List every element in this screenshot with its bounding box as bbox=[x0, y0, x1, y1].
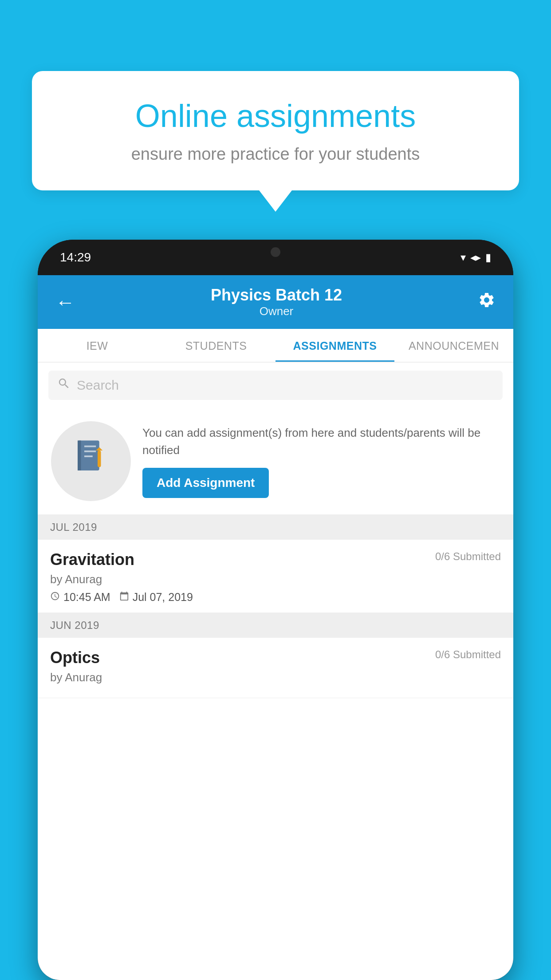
add-assignment-button[interactable]: Add Assignment bbox=[142, 468, 269, 498]
assignment-name-optics: Optics bbox=[50, 648, 100, 667]
clock-icon bbox=[50, 591, 60, 604]
wifi-icon: ▾ bbox=[460, 251, 466, 264]
speech-bubble: Online assignments ensure more practice … bbox=[32, 71, 519, 190]
status-bar: 14:29 ▾ ◂▸ ▮ bbox=[38, 240, 513, 275]
assignment-item-optics[interactable]: Optics 0/6 Submitted by Anurag bbox=[38, 638, 513, 698]
tab-students[interactable]: STUDENTS bbox=[157, 329, 276, 362]
time-value-gravitation: 10:45 AM bbox=[63, 591, 110, 604]
phone-frame: 14:29 ▾ ◂▸ ▮ ← Physics Batch 12 Owner bbox=[38, 240, 513, 980]
svg-rect-4 bbox=[84, 455, 93, 457]
assignment-name-gravitation: Gravitation bbox=[50, 550, 134, 569]
assignment-submitted-optics: 0/6 Submitted bbox=[435, 648, 501, 661]
promo-content: You can add assignment(s) from here and … bbox=[142, 424, 500, 498]
settings-button[interactable] bbox=[478, 291, 496, 313]
date-value-gravitation: Jul 07, 2019 bbox=[133, 591, 193, 604]
search-bar-wrap: Search bbox=[38, 363, 513, 408]
search-icon bbox=[57, 377, 71, 394]
header-title-area: Physics Batch 12 Owner bbox=[211, 286, 342, 318]
signal-icon: ◂▸ bbox=[470, 251, 481, 264]
header-title: Physics Batch 12 bbox=[211, 286, 342, 304]
assignment-top-row-optics: Optics 0/6 Submitted bbox=[50, 648, 501, 667]
tab-assignments[interactable]: ASSIGNMENTS bbox=[276, 329, 394, 362]
assignment-top-row: Gravitation 0/6 Submitted bbox=[50, 550, 501, 569]
assignment-date-gravitation: Jul 07, 2019 bbox=[119, 591, 193, 604]
section-header-jun2019: JUN 2019 bbox=[38, 613, 513, 638]
svg-rect-1 bbox=[78, 440, 81, 470]
calendar-icon bbox=[119, 591, 129, 604]
phone-notch bbox=[236, 240, 315, 264]
svg-rect-5 bbox=[98, 450, 101, 467]
assignment-time-gravitation: 10:45 AM bbox=[50, 591, 110, 604]
tab-view[interactable]: IEW bbox=[38, 329, 157, 362]
app-screen: ← Physics Batch 12 Owner IEW STUDENTS AS… bbox=[38, 275, 513, 980]
battery-icon: ▮ bbox=[485, 251, 491, 264]
search-bar[interactable]: Search bbox=[48, 371, 503, 400]
status-icons: ▾ ◂▸ ▮ bbox=[460, 251, 491, 264]
search-placeholder: Search bbox=[77, 378, 119, 393]
front-camera bbox=[271, 247, 280, 257]
tab-announcements[interactable]: ANNOUNCEMEN bbox=[394, 329, 513, 362]
header-subtitle: Owner bbox=[211, 304, 342, 318]
tabs-bar: IEW STUDENTS ASSIGNMENTS ANNOUNCEMEN bbox=[38, 329, 513, 363]
svg-rect-2 bbox=[84, 445, 96, 447]
bubble-title: Online assignments bbox=[63, 98, 488, 134]
assignment-meta-gravitation: 10:45 AM Jul 07, 2019 bbox=[50, 591, 501, 604]
notebook-icon bbox=[71, 437, 111, 486]
back-button[interactable]: ← bbox=[55, 291, 75, 313]
promo-section: You can add assignment(s) from here and … bbox=[38, 408, 513, 515]
assignment-by-optics: by Anurag bbox=[50, 671, 501, 684]
promo-text: You can add assignment(s) from here and … bbox=[142, 424, 500, 459]
assignment-item-gravitation[interactable]: Gravitation 0/6 Submitted by Anurag 10:4… bbox=[38, 540, 513, 613]
assignment-by-gravitation: by Anurag bbox=[50, 573, 501, 586]
phone-time: 14:29 bbox=[60, 250, 91, 265]
svg-rect-3 bbox=[84, 450, 96, 452]
app-header: ← Physics Batch 12 Owner bbox=[38, 275, 513, 329]
bubble-subtitle: ensure more practice for your students bbox=[63, 145, 488, 164]
section-header-jul2019: JUL 2019 bbox=[38, 515, 513, 540]
assignment-submitted-gravitation: 0/6 Submitted bbox=[435, 550, 501, 563]
promo-icon-circle bbox=[51, 421, 131, 501]
